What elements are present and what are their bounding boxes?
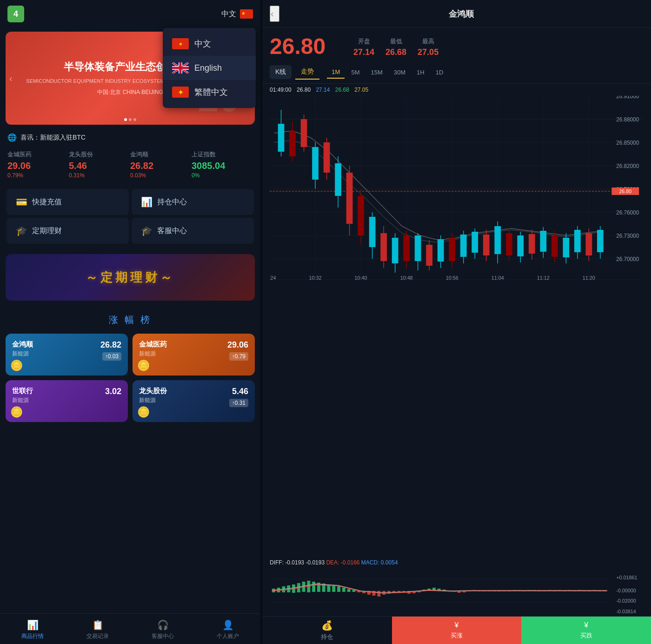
tab-trend[interactable]: 走势	[295, 65, 319, 80]
app-icon: 4	[7, 6, 24, 22]
svg-rect-97	[574, 230, 581, 252]
svg-rect-69	[415, 235, 421, 261]
svg-rect-91	[540, 231, 546, 252]
menu-item-finance[interactable]: 🎓 定期理财	[7, 218, 129, 244]
stock-item-1[interactable]: 龙头股份 5.46 0.31%	[69, 147, 130, 182]
svg-rect-93	[551, 235, 558, 257]
right-title: 金鸿顺	[279, 8, 644, 20]
menu-item-holdings[interactable]: 📊 持仓中心	[132, 189, 254, 215]
svg-rect-121	[347, 589, 351, 592]
card-price-3: 5.46	[232, 387, 248, 396]
period-1h[interactable]: 1H	[412, 66, 429, 79]
card-0[interactable]: 金鸿顺 新能源 26.82 ↑0.03 🪙	[6, 334, 128, 376]
stock-item-2[interactable]: 金鸿顺 26.82 0.03%	[130, 147, 192, 182]
svg-text:10:56: 10:56	[446, 275, 458, 281]
lang-item-en[interactable]: English	[163, 56, 256, 80]
card-coins-2: 🪙	[10, 406, 23, 418]
svg-rect-55	[335, 163, 341, 196]
back-button[interactable]: ‹	[270, 6, 279, 22]
top-bar: 4 中文	[0, 0, 260, 28]
flag-tw-icon: ✦	[172, 87, 189, 98]
lang-label-tw: 繁體中文	[194, 87, 228, 98]
macd-macd-label: MACD:	[361, 559, 379, 566]
svg-rect-118	[332, 585, 335, 592]
finance-banner-text: ～定期理财～	[86, 269, 175, 286]
period-1d[interactable]: 1D	[431, 66, 448, 79]
svg-rect-73	[438, 239, 444, 262]
svg-text:10:24: 10:24	[270, 275, 276, 281]
rbn-buy[interactable]: ¥ 买涨	[392, 617, 522, 644]
svg-text:26.80: 26.80	[619, 188, 631, 194]
svg-text:+0.01861: +0.01861	[616, 575, 637, 580]
svg-text:26.76000: 26.76000	[616, 209, 639, 216]
nav-item-service[interactable]: 🎧 客服中心	[130, 617, 195, 642]
flag-cn-icon: ★	[172, 38, 189, 49]
flag-uk-icon	[172, 62, 189, 74]
holdings-nav-icon: 💰	[321, 620, 333, 631]
stock-item-3[interactable]: 上证指数 3085.04 0%	[192, 147, 253, 182]
card-coins-1: 🪙	[137, 360, 150, 372]
buy-down-label: 买跌	[580, 631, 592, 640]
rankings-title: 涨 幅 榜	[0, 306, 260, 334]
buy-down-icon: ¥	[584, 621, 588, 630]
menu-item-recharge[interactable]: 💳 快捷充值	[7, 189, 129, 215]
nav-label-account: 个人账户	[217, 632, 239, 640]
price-stats: 开盘 27.14 最低 26.68 最高 27.05	[353, 34, 644, 57]
price-header: 26.80 开盘 27.14 最低 26.68 最高 27.05	[262, 28, 651, 65]
globe-icon: 🌐	[7, 133, 17, 142]
left-panel: 4 中文 ★ 中文	[0, 0, 260, 644]
macd-svg: +0.01861 -0.00000 -0.02000 -0.03814	[270, 568, 644, 614]
dot-1	[124, 118, 127, 121]
period-5m[interactable]: 5M	[346, 66, 364, 79]
svg-text:11:04: 11:04	[492, 275, 504, 281]
svg-rect-5	[179, 62, 182, 74]
period-30m[interactable]: 30M	[389, 66, 410, 79]
svg-rect-71	[426, 245, 432, 266]
period-15m[interactable]: 15M	[366, 66, 387, 79]
trades-icon: 📋	[92, 619, 104, 631]
svg-rect-83	[494, 226, 501, 254]
stat-high: 最高 27.05	[418, 37, 438, 57]
candlestick-chart: 26.91000 26.88000 26.85000 26.82000 26.7…	[270, 96, 644, 556]
chart-tabs: K线 走势 1M 5M 15M 30M 1H 1D	[262, 65, 651, 84]
buy-up-label: 买涨	[451, 631, 463, 640]
card-2[interactable]: 世联行 新能源 3.02 🪙	[6, 380, 128, 422]
chart-low: 26.68	[335, 87, 349, 93]
svg-rect-59	[358, 196, 364, 235]
menu-item-service[interactable]: 🎓 客服中心	[132, 218, 254, 244]
chart-time: 01:49:00	[270, 87, 292, 93]
svg-text:-0.00000: -0.00000	[616, 588, 636, 593]
cn-flag-icon	[240, 9, 253, 19]
rbn-holdings[interactable]: 💰 持仓	[262, 617, 392, 644]
period-1m[interactable]: 1M	[327, 66, 345, 79]
svg-text:10:32: 10:32	[309, 275, 322, 281]
card-change-1: ↑0.79	[229, 352, 248, 361]
lang-item-zh[interactable]: ★ 中文	[163, 32, 256, 56]
stat-low: 最低 26.68	[385, 37, 406, 57]
language-button[interactable]: 中文	[221, 9, 253, 19]
tab-kline[interactable]: K线	[270, 65, 292, 79]
stock-grid: 金城医药 29.06 0.79% 龙头股份 5.46 0.31% 金鸿顺 26.…	[0, 147, 260, 188]
right-bottom-nav: 💰 持仓 ¥ 买涨 ¥ 买跌	[262, 616, 651, 644]
stat-high-label: 最高	[422, 37, 434, 46]
stat-open: 开盘 27.14	[353, 37, 374, 57]
svg-rect-61	[369, 217, 376, 247]
svg-rect-89	[529, 234, 535, 254]
svg-text:11:12: 11:12	[537, 275, 550, 281]
finance-banner[interactable]: ～定期理财～	[6, 254, 255, 301]
stock-name-0: 金城医药	[7, 150, 69, 159]
nav-item-trades[interactable]: 📋 交易记录	[65, 617, 130, 642]
card-3[interactable]: 龙头股份 新能源 5.46 ↑0.31 🪙	[133, 380, 255, 422]
svg-rect-57	[346, 173, 353, 224]
stock-item-0[interactable]: 金城医药 29.06 0.79%	[7, 147, 69, 182]
rbn-sell[interactable]: ¥ 买跌	[521, 617, 651, 644]
nav-item-market[interactable]: 📊 商品行情	[0, 617, 65, 642]
macd-chart: +0.01861 -0.00000 -0.02000 -0.03814	[270, 568, 644, 614]
svg-rect-77	[460, 235, 467, 257]
nav-item-account[interactable]: 👤 个人账户	[195, 617, 260, 642]
banner-prev-icon[interactable]: ‹	[9, 73, 13, 84]
bottom-nav: 📊 商品行情 📋 交易记录 🎧 客服中心 👤 个人账户	[0, 613, 260, 644]
lang-item-tw[interactable]: ✦ 繁體中文	[163, 80, 256, 104]
card-1[interactable]: 金城医药 新能源 29.06 ↑0.79 🪙	[133, 334, 255, 376]
svg-rect-114	[312, 582, 315, 592]
